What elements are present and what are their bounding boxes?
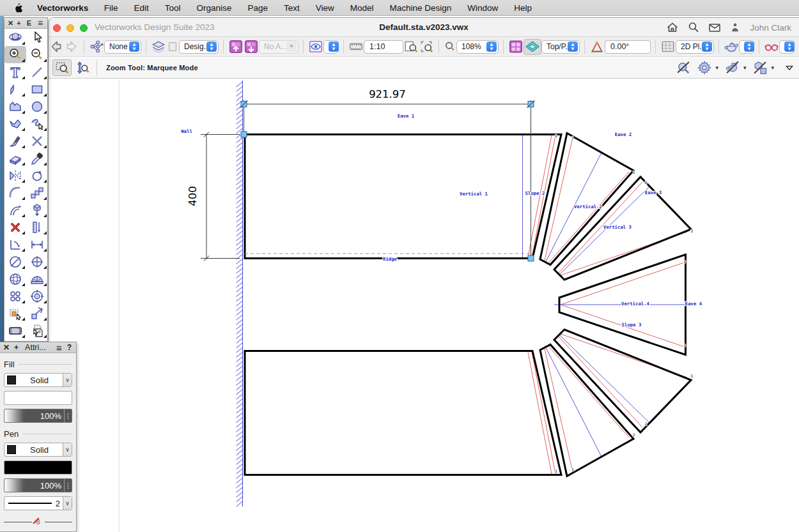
tool-delete[interactable] [4,218,26,236]
tool-arc[interactable] [4,80,26,98]
tool-eraser[interactable] [4,149,26,167]
fit-page-button[interactable] [403,39,419,54]
tool-oval[interactable] [26,98,48,115]
tool-polygon[interactable] [4,98,26,115]
zoom-dropdown[interactable]: 108%▲▼ [456,40,499,54]
help-icon[interactable]: ? [67,343,72,352]
menu-item-organise[interactable]: Organise [189,3,240,13]
add-icon[interactable]: + [17,19,20,27]
pen-color-swatch[interactable] [4,460,72,475]
tool-sheet[interactable] [26,322,48,339]
saved-views-dropdown[interactable]: None▲▼ [104,40,141,54]
send-to-back-button[interactable] [244,39,259,54]
home-icon[interactable] [665,20,679,34]
tool-clip-x[interactable] [26,132,48,149]
tool-polyline[interactable] [4,115,26,132]
menu-item-tool[interactable]: Tool [157,3,189,13]
menu-icon[interactable]: ≡ [38,18,43,28]
apple-menu-icon[interactable] [13,3,23,13]
dimension-921[interactable]: 921.97 [242,88,534,259]
fit-objects-button[interactable] [419,39,434,54]
fill-style-dropdown[interactable]: Solid∨ [4,373,72,387]
opacity-menu-dots[interactable]: ⋮ [64,479,72,492]
tool-rectangle[interactable] [26,80,48,98]
menu-item-machine-design[interactable]: Machine Design [382,3,460,13]
visibility-dropdown[interactable]: ▲▼ [323,40,339,54]
view-dropdown[interactable]: Top/P...▲▼ [541,40,580,54]
back-button[interactable] [49,39,64,54]
tool-fillet[interactable] [4,184,26,201]
menu-item-text[interactable]: Text [275,3,307,13]
menu-item-help[interactable]: Help [506,3,540,13]
tool-pen[interactable] [4,132,26,149]
pen-opacity-slider[interactable]: 100%⋮ [4,478,72,492]
add-icon[interactable]: + [14,343,19,352]
tool-select-box[interactable] [4,305,26,322]
tool-offset-steps[interactable] [26,184,48,201]
menu-icon[interactable]: ≡ [56,342,62,353]
tool-text[interactable] [4,63,26,80]
tool-target[interactable] [26,287,48,305]
tool-eyedropper[interactable] [26,149,48,167]
user-icon[interactable] [729,21,741,34]
no-render-icon[interactable] [724,59,741,76]
fill-color-swatch[interactable] [4,391,72,405]
tool-tape-measure[interactable] [26,218,48,236]
send-to-front-button[interactable] [228,39,244,54]
tool-dots[interactable] [4,287,26,305]
menu-item-edit[interactable]: Edit [126,3,157,13]
tool-zoom-out[interactable] [26,46,48,63]
dynamic-zoom-mode-button[interactable] [73,59,92,76]
selection-handle[interactable] [528,255,534,261]
tool-protractor[interactable] [26,270,48,287]
tool-move-box[interactable] [26,305,48,322]
no-magnifier-icon[interactable] [675,59,692,76]
e-icon[interactable]: E [27,19,31,27]
multiple-views-button[interactable] [508,39,524,54]
visualization-dropdown[interactable]: ▲▼ [779,40,795,54]
tool-selection[interactable] [26,29,48,46]
menu-item-vectorworks[interactable]: Vectorworks [29,3,96,13]
line-weight-dropdown[interactable]: 2∨ [4,496,72,510]
dimension-400[interactable]: 400 [187,132,240,261]
pen-style-dropdown[interactable]: Solid∨ [4,443,72,457]
collapse-triangle-icon[interactable] [784,62,795,73]
tool-mirror[interactable] [4,167,26,184]
close-icon[interactable]: ✕ [8,19,13,27]
tool-offset-arc[interactable] [4,201,26,218]
render-dropdown[interactable]: ▲▼ [739,40,754,54]
marquee-zoom-mode-button[interactable] [52,59,72,76]
tool-slab[interactable] [4,322,26,339]
tool-extrude[interactable] [26,201,48,218]
tool-clip-circle[interactable] [4,253,26,270]
scale-field[interactable]: 1:10 [364,40,403,54]
layer-dropdown[interactable]: Desig...▲▼ [179,40,219,54]
menu-item-file[interactable]: File [96,3,126,13]
plane-dropdown[interactable]: 2D Pl...▲▼ [676,40,714,54]
selection-handle[interactable] [241,132,247,137]
search-icon[interactable] [687,20,701,34]
fill-opacity-slider[interactable]: 100%⋮ [4,409,72,423]
menu-item-view[interactable]: View [307,3,342,13]
menu-item-window[interactable]: Window [460,3,506,13]
forward-button[interactable] [64,39,79,54]
tool-freehand[interactable] [26,115,48,132]
mail-icon[interactable] [708,20,722,34]
menu-item-page[interactable]: Page [240,3,276,13]
drawing-canvas[interactable]: 921.97400Eave 1WallVertical 1Slope 2Ridg… [49,79,799,532]
tool-center-mark[interactable] [26,253,48,270]
line-marker-control[interactable]: 8 [4,515,72,528]
opacity-menu-dots[interactable]: ⋮ [64,409,72,422]
tool-wire-sphere[interactable] [4,270,26,287]
angle-field[interactable]: 0.00° [605,40,651,54]
tool-angle-dim[interactable] [4,236,26,253]
no-hidden-line-icon[interactable] [752,59,768,76]
tool-rotate[interactable] [26,167,48,184]
close-icon[interactable]: ✕ [3,343,10,352]
tool-line[interactable] [26,63,48,80]
unified-view-button[interactable] [524,39,541,55]
gear-icon[interactable] [696,59,713,76]
tool-flyover[interactable] [4,29,26,46]
menu-item-model[interactable]: Model [342,3,382,13]
tool-linear-dim[interactable] [26,236,48,253]
